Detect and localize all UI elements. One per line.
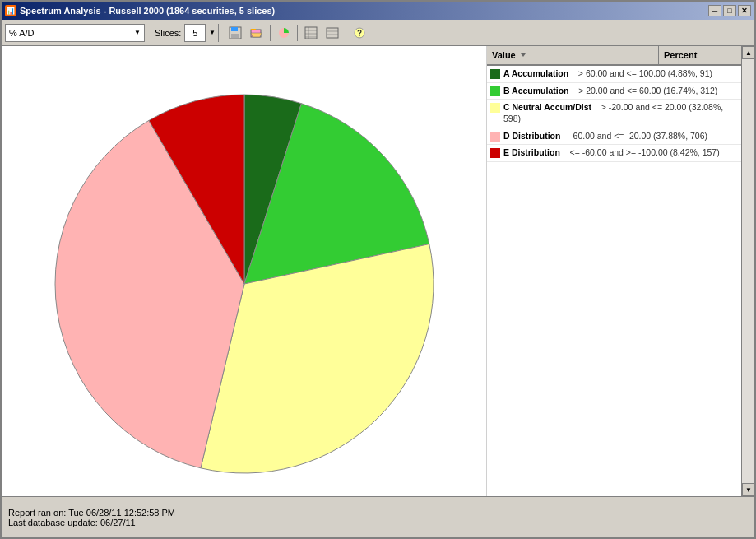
svg-rect-1 — [231, 27, 238, 31]
close-button[interactable]: ✕ — [738, 5, 751, 16]
help-icon[interactable]: ? — [350, 23, 369, 43]
status-bar: Report ran on: Tue 06/28/11 12:52:58 PM … — [2, 496, 754, 537]
toolbar: % A/D ▼ Slices: 5 ▼ — [2, 20, 754, 46]
title-bar-left: 📊 Spectrum Analysis - Russell 2000 (1864… — [5, 5, 275, 16]
sort-icon — [519, 51, 527, 59]
legend-label: D Distribution -60.00 and <= -20.00 (37.… — [503, 131, 738, 142]
legend-row: B Accumulation > 20.00 and <= 60.00 (16.… — [487, 83, 741, 100]
legend-col-percent: Percent — [659, 46, 741, 64]
legend-label: B Accumulation > 20.00 and <= 60.00 (16.… — [503, 86, 738, 97]
slices-label: Slices: — [155, 28, 181, 38]
list-icon[interactable] — [322, 23, 342, 43]
toolbar-separator2 — [297, 25, 298, 41]
legend-label: E Distribution <= -60.00 and >= -100.00 … — [503, 147, 738, 159]
slices-value: 5 — [185, 25, 205, 41]
scroll-up-button[interactable]: ▲ — [742, 46, 754, 59]
title-bar-buttons: ─ □ ✕ — [708, 5, 751, 16]
toolbar-separator — [270, 25, 271, 41]
dropdown-arrow-icon: ▼ — [134, 29, 141, 36]
table-icon[interactable] — [301, 23, 321, 43]
scroll-track — [742, 59, 754, 483]
slices-decrement-button[interactable]: ▼ — [205, 24, 218, 42]
status-line2: Last database update: 06/27/11 — [8, 518, 748, 527]
svg-rect-10 — [327, 28, 338, 38]
legend-color-swatch — [490, 148, 500, 158]
scroll-down-button[interactable]: ▼ — [742, 483, 754, 496]
legend-rows: A Accumulation > 60.00 and <= 100.00 (4.… — [487, 66, 741, 162]
open-icon[interactable] — [247, 23, 267, 43]
legend-col-value: Value — [487, 46, 659, 64]
main-window: 📊 Spectrum Analysis - Russell 2000 (1864… — [0, 0, 756, 539]
pie-chart-icon[interactable] — [274, 23, 294, 43]
legend-label-name: B Accumulation — [503, 86, 569, 95]
legend-header: Value Percent — [487, 46, 741, 66]
legend-color-swatch — [490, 132, 500, 142]
status-line1: Report ran on: Tue 06/28/11 12:52:58 PM — [8, 508, 748, 518]
scrollbar: ▲ ▼ — [741, 46, 754, 496]
legend-label-name: D Distribution — [503, 131, 560, 141]
legend-color-swatch — [490, 103, 500, 113]
legend-row: A Accumulation > 60.00 and <= 100.00 (4.… — [487, 66, 741, 83]
maximize-button[interactable]: □ — [723, 5, 736, 16]
svg-rect-2 — [231, 34, 239, 38]
legend-label: C Neutral Accum/Dist > -20.00 and <= 20.… — [503, 102, 738, 124]
indicator-dropdown[interactable]: % A/D ▼ — [5, 24, 145, 42]
legend-label-range: > 20.00 and <= 60.00 (16.74%, 312) — [578, 86, 717, 95]
title-bar: 📊 Spectrum Analysis - Russell 2000 (1864… — [2, 2, 754, 20]
legend-label-name: A Accumulation — [503, 68, 568, 78]
dropdown-value: % A/D — [9, 28, 35, 38]
legend-label-name: E Distribution — [503, 147, 560, 157]
legend-area: Value Percent A Accumulation — [486, 46, 741, 496]
legend-color-swatch — [490, 69, 500, 79]
legend-row: E Distribution <= -60.00 and >= -100.00 … — [487, 145, 741, 162]
legend-color-swatch — [490, 86, 500, 96]
toolbar-separator3 — [346, 25, 346, 41]
chart-area — [2, 46, 486, 496]
legend-label: A Accumulation > 60.00 and <= 100.00 (4.… — [503, 68, 738, 80]
save-icon[interactable] — [225, 23, 245, 43]
legend-row: C Neutral Accum/Dist > -20.00 and <= 20.… — [487, 100, 741, 128]
legend-label-range: -60.00 and <= -20.00 (37.88%, 706) — [570, 131, 707, 141]
legend-label-name: C Neutral Accum/Dist — [503, 102, 591, 112]
window-title: Spectrum Analysis - Russell 2000 (1864 s… — [20, 6, 275, 16]
legend-label-range: <= -60.00 and >= -100.00 (8.42%, 157) — [570, 147, 720, 157]
svg-text:?: ? — [357, 29, 362, 38]
svg-rect-4 — [251, 29, 256, 30]
app-icon: 📊 — [5, 5, 16, 16]
legend-label-range: > 60.00 and <= 100.00 (4.88%, 91) — [578, 68, 712, 78]
slices-input: 5 ▼ — [184, 24, 219, 42]
legend-row: D Distribution -60.00 and <= -20.00 (37.… — [487, 128, 741, 146]
minimize-button[interactable]: ─ — [708, 5, 721, 16]
pie-chart-svg — [26, 53, 462, 490]
toolbar-icons: ? — [225, 23, 369, 43]
